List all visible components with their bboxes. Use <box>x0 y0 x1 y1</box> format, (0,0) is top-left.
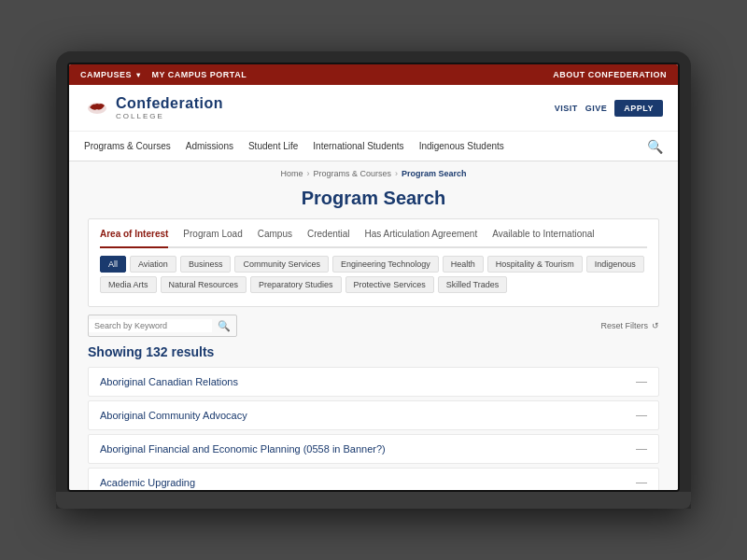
result-name: Aboriginal Canadian Relations <box>100 376 238 387</box>
logo-college: COLLEGE <box>116 112 223 120</box>
pill-skilled-trades[interactable]: Skilled Trades <box>438 276 508 293</box>
svg-point-1 <box>94 104 100 109</box>
pill-preparatory-studies[interactable]: Preparatory Studies <box>250 276 342 293</box>
result-arrow-icon: — <box>636 476 647 489</box>
filter-section: Area of Interest Program Load Campus Cre… <box>88 218 659 307</box>
breadcrumb-current: Program Search <box>402 169 467 178</box>
apply-button[interactable]: APPLY <box>614 100 663 117</box>
top-bar-left: CAMPUSES ▾ MY CAMPUS PORTAL <box>80 70 247 79</box>
search-input[interactable] <box>89 319 212 332</box>
results-count: Showing 132 results <box>88 344 659 359</box>
reset-icon: ↺ <box>652 321 659 330</box>
laptop-base <box>56 492 691 509</box>
breadcrumb-home[interactable]: Home <box>280 169 303 178</box>
pill-media-arts[interactable]: Media Arts <box>100 276 157 293</box>
pill-health[interactable]: Health <box>443 256 484 273</box>
breadcrumb-sep-1: › <box>306 169 309 178</box>
nav-student-life[interactable]: Student Life <box>248 133 298 159</box>
search-icon[interactable]: 🔍 <box>647 139 663 154</box>
pill-natural-resources[interactable]: Natural Resources <box>161 276 247 293</box>
campuses-link[interactable]: CAMPUSES ▾ <box>80 70 141 79</box>
my-portal-link[interactable]: MY CAMPUS PORTAL <box>152 70 247 79</box>
about-confederation-link[interactable]: ABOUT CONFEDERATION <box>553 70 667 79</box>
pill-all[interactable]: All <box>100 256 126 273</box>
tab-international[interactable]: Available to International <box>492 227 594 241</box>
pill-hospitality-tourism[interactable]: Hospitality & Tourism <box>487 256 583 273</box>
page-title: Program Search <box>88 182 659 218</box>
logo-name: Confederation <box>116 95 223 112</box>
nav-admissions[interactable]: Admissions <box>186 133 233 159</box>
campuses-chevron-icon: ▾ <box>136 71 141 79</box>
tab-area-of-interest[interactable]: Area of Interest <box>100 227 168 248</box>
nav-international[interactable]: International Students <box>313 133 403 159</box>
tab-credential[interactable]: Credential <box>307 227 350 241</box>
breadcrumb: Home › Programs & Courses › Program Sear… <box>88 161 659 182</box>
pill-aviation[interactable]: Aviation <box>130 256 176 273</box>
filter-tabs: Area of Interest Program Load Campus Cre… <box>100 227 647 248</box>
pill-protective-services[interactable]: Protective Services <box>345 276 434 293</box>
result-arrow-icon: — <box>636 442 647 455</box>
nav-indigenous[interactable]: Indigenous Students <box>419 133 504 159</box>
logo-text: Confederation COLLEGE <box>116 95 223 120</box>
tab-campus[interactable]: Campus <box>258 227 292 241</box>
tab-program-load[interactable]: Program Load <box>183 227 242 241</box>
result-name: Aboriginal Financial and Economic Planni… <box>100 443 386 455</box>
visit-button[interactable]: VISIT <box>555 104 578 113</box>
nav-items: Programs & Courses Admissions Student Li… <box>84 133 647 159</box>
main-nav: Programs & Courses Admissions Student Li… <box>69 132 678 161</box>
top-bar: CAMPUSES ▾ MY CAMPUS PORTAL ABOUT CONFED… <box>69 64 678 85</box>
result-arrow-icon: — <box>636 375 647 388</box>
pill-indigenous[interactable]: Indigenous <box>586 256 644 273</box>
nav-programs[interactable]: Programs & Courses <box>84 133 171 159</box>
pill-community-services[interactable]: Community Services <box>234 256 329 273</box>
result-arrow-icon: — <box>636 409 647 422</box>
breadcrumb-sep-2: › <box>395 169 398 178</box>
breadcrumb-programs[interactable]: Programs & Courses <box>313 169 391 178</box>
search-row: 🔍 Reset Filters ↺ <box>88 315 659 337</box>
result-name: Aboriginal Community Advocacy <box>100 410 247 421</box>
result-item[interactable]: Aboriginal Financial and Economic Planni… <box>88 434 659 464</box>
top-bar-right: ABOUT CONFEDERATION <box>553 70 667 79</box>
result-item[interactable]: Aboriginal Community Advocacy — <box>88 400 659 430</box>
header: Confederation COLLEGE VISIT GIVE APPLY <box>69 85 678 132</box>
pill-business[interactable]: Business <box>180 256 232 273</box>
tab-articulation[interactable]: Has Articulation Agreement <box>365 227 478 241</box>
header-buttons: VISIT GIVE APPLY <box>555 100 663 117</box>
result-item[interactable]: Aboriginal Canadian Relations — <box>88 367 659 397</box>
result-name: Academic Upgrading <box>100 477 195 488</box>
result-item[interactable]: Academic Upgrading — <box>88 468 659 492</box>
main-content: Home › Programs & Courses › Program Sear… <box>69 161 678 492</box>
logo-bird-icon <box>84 98 110 119</box>
logo-area[interactable]: Confederation COLLEGE <box>84 95 223 120</box>
reset-filters-button[interactable]: Reset Filters ↺ <box>600 321 659 330</box>
search-input-wrap: 🔍 <box>88 315 237 337</box>
category-pills: All Aviation Business Community Services… <box>100 256 647 293</box>
give-button[interactable]: GIVE <box>585 104 608 113</box>
pill-engineering-technology[interactable]: Engineering Technology <box>332 256 439 273</box>
search-button[interactable]: 🔍 <box>212 318 236 334</box>
